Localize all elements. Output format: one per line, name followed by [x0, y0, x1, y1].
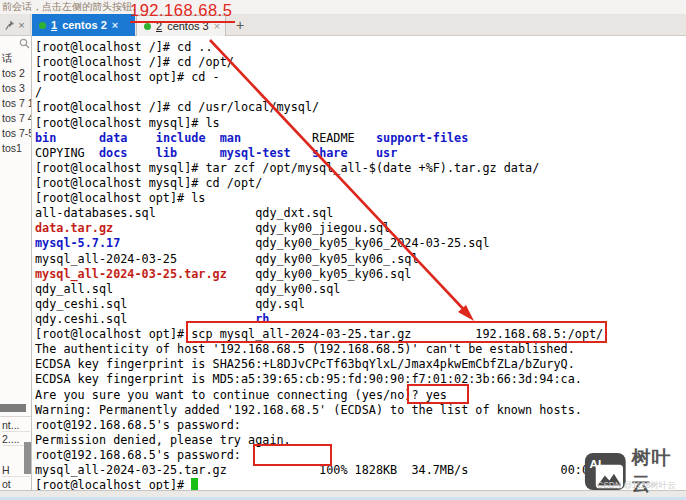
terminal-output: [root@localhost /]# cd ..[root@localhost…	[32, 36, 686, 492]
session-sidebar: 话tos 2tos 3tos 7 1.1tos 7 4tos 7-5tos1 n…	[0, 36, 32, 490]
terminal-line: mysql-5.7.17 qdy_ky00_ky05_ky06_2024-03-…	[32, 236, 686, 251]
terminal-text-segment: data	[99, 131, 127, 145]
tab-label: centos 2	[62, 19, 107, 31]
terminal-line: COPYING docs lib mysql-test share usr	[32, 146, 686, 161]
terminal-text-segment: README	[312, 131, 376, 145]
terminal-text-segment: [root@localhost /]# cd /usr/local/mysql/	[35, 100, 319, 114]
terminal-text-segment: ECDSA key fingerprint is MD5:a5:39:65:cb…	[35, 372, 582, 386]
terminal-text-segment	[127, 131, 155, 145]
sidebar-session-item[interactable]: tos 7-5	[2, 127, 32, 139]
terminal-line: [root@localhost opt]# ls	[32, 191, 686, 206]
terminal-line: mysql_all-2024-03-25 qdy_ky00_ky05_ky06_…	[32, 252, 686, 267]
terminal-text-segment: Are you sure you want to continue connec…	[35, 388, 447, 402]
terminal-text-segment: share	[312, 146, 348, 160]
terminal-line: [root@localhost /]# cd /opt/	[32, 55, 686, 70]
terminal-text-segment: man	[220, 131, 241, 145]
terminal-line: mysql_all-2024-03-25.tar.gz qdy_ky00_ky0…	[32, 267, 686, 282]
sidebar-bottom-item[interactable]: nt...	[2, 419, 30, 432]
terminal-text-segment	[348, 146, 376, 160]
terminal-line: data.tar.gz qdy_ky00_jiegou.sql	[32, 221, 686, 236]
terminal-text-segment: mysql_all-2024-03-25.tar.gz	[35, 267, 227, 281]
terminal-line: [root@localhost mysql]# ls	[32, 116, 686, 131]
terminal-text-segment: Warning: Permanently added '192.168.68.5…	[35, 403, 582, 417]
terminal-line: root@192.168.68.5's password:	[32, 418, 686, 433]
terminal-line: [root@localhost /]# cd ..	[32, 40, 686, 55]
terminal-line: all-databases.sql qdy_dxt.sql	[32, 206, 686, 221]
terminal-text-segment: support-files	[376, 131, 468, 145]
terminal-screen[interactable]: [root@localhost /]# cd ..[root@localhost…	[32, 36, 686, 492]
terminal-line: qdy_all.sql qdy_ky00.sql	[32, 282, 686, 297]
search-icon[interactable]	[19, 38, 30, 49]
tab-status-dot	[39, 22, 46, 29]
terminal-line: bin data include man README support-file…	[32, 131, 686, 146]
terminal-text-segment: ECDSA key fingerprint is SHA256:+L8DJvCP…	[35, 357, 575, 371]
sidebar-session-item[interactable]: tos 7 4	[2, 112, 32, 124]
terminal-text-segment: qdy_all.sql qdy_ky00.sql	[35, 282, 340, 296]
terminal-line: ECDSA key fingerprint is SHA256:+L8DJvCP…	[32, 357, 686, 372]
annotation-ip-text: 192.168.68.5	[130, 1, 235, 23]
terminal-text-segment	[127, 146, 155, 160]
tab-status-dot	[144, 23, 151, 30]
sidebar-bottom-item[interactable]: ot	[2, 478, 30, 490]
terminal-text-segment: lib	[156, 146, 177, 160]
terminal-text-segment: root@192.168.68.5's password:	[35, 448, 248, 462]
terminal-line: [root@localhost opt]# cd -	[32, 70, 686, 85]
terminal-text-segment: The authenticity of host '192.168.68.5 (…	[35, 342, 575, 356]
watermark-credit-text: CSDN @1126树叶云	[597, 480, 676, 492]
terminal-text-segment	[177, 146, 220, 160]
terminal-text-segment	[206, 131, 220, 145]
window-hint-text: 前会话，点击左侧的箭头按钮。	[0, 0, 686, 14]
terminal-line: [root@localhost mysql]# cd /opt/	[32, 176, 686, 191]
terminal-text-segment: mysql_all-2024-03-25 qdy_ky00_ky05_ky06_…	[35, 252, 419, 266]
terminal-text-segment: qdy_ky00_jiegou.sql	[113, 221, 390, 235]
terminal-text-segment: [root@localhost /]# cd ..	[35, 40, 213, 54]
terminal-text-segment: [root@localhost mysql]# cd /opt/	[35, 176, 262, 190]
annotation-box-scp-command	[186, 321, 607, 343]
terminal-text-segment: [root@localhost mysql]# tar zcf /opt/mys…	[35, 161, 539, 175]
terminal-text-segment: qdy_ky00_ky05_ky06.sql	[227, 267, 412, 281]
terminal-line: /	[32, 85, 686, 100]
terminal-text-segment: COPYING	[35, 146, 99, 160]
tab-bar: × 1 centos 2×2 centos 3× +	[0, 14, 686, 36]
terminal-text-segment	[56, 131, 99, 145]
sidebar-session-item[interactable]: tos 2	[2, 67, 25, 79]
terminal-text-segment: [root@localhost opt]# cd -	[35, 70, 220, 84]
terminal-line: ECDSA key fingerprint is MD5:a5:39:65:cb…	[32, 372, 686, 387]
terminal-text-segment: data.tar.gz	[35, 221, 113, 235]
panel-pin-controls[interactable]: ×	[0, 14, 31, 36]
terminal-line: The authenticity of host '192.168.68.5 (…	[32, 342, 686, 357]
tab-close-icon[interactable]: ×	[112, 20, 118, 31]
terminal-text-segment	[241, 131, 312, 145]
tab-centos-2[interactable]: 1 centos 2×	[32, 14, 135, 36]
sidebar-session-item[interactable]: tos 7 1.1	[2, 97, 32, 109]
terminal-text-segment: [root@localhost opt]# ls	[35, 191, 205, 205]
terminal-text-segment	[291, 146, 312, 160]
panel-close-icon[interactable]: ×	[18, 20, 24, 31]
sidebar-session-item[interactable]: tos 3	[2, 82, 25, 94]
terminal-text-segment: mysql-5.7.17	[35, 236, 120, 250]
terminal-line: Warning: Permanently added '192.168.68.5…	[32, 403, 686, 418]
terminal-text-segment: /	[35, 85, 42, 99]
sidebar-divider	[0, 416, 32, 417]
annotation-box-password	[253, 444, 332, 466]
annotation-box-yes-answer	[407, 384, 469, 404]
terminal-line: Are you sure you want to continue connec…	[32, 388, 686, 403]
terminal-text-segment: include	[156, 131, 206, 145]
sidebar-hscrollbar-thumb[interactable]	[0, 404, 26, 412]
terminal-text-segment: usr	[376, 146, 397, 160]
terminal-text-segment: bin	[35, 131, 56, 145]
terminal-text-segment: [root@localhost mysql]# ls	[35, 116, 220, 130]
terminal-text-segment: all-databases.sql qdy_dxt.sql	[35, 206, 333, 220]
terminal-text-segment: qdy_ky00_ky05_ky06_2024-03-25.sql	[120, 236, 489, 250]
sidebar-vscrollbar-thumb[interactable]	[24, 442, 31, 474]
terminal-text-segment: docs	[99, 146, 127, 160]
terminal-text-segment: qdy_ceshi.sql qdy.sql	[35, 297, 305, 311]
terminal-text-segment: mysql-test	[220, 146, 291, 160]
sidebar-session-item[interactable]: tos1	[2, 142, 22, 154]
terminal-text-segment: [root@localhost /]# cd /opt/	[35, 55, 234, 69]
sidebar-session-item[interactable]: 话	[2, 52, 13, 66]
terminal-line: [root@localhost /]# cd /usr/local/mysql/	[32, 100, 686, 115]
pin-icon[interactable]	[5, 20, 15, 31]
terminal-line: qdy_ceshi.sql qdy.sql	[32, 297, 686, 312]
tab-accelerator-number: 1	[51, 19, 57, 31]
